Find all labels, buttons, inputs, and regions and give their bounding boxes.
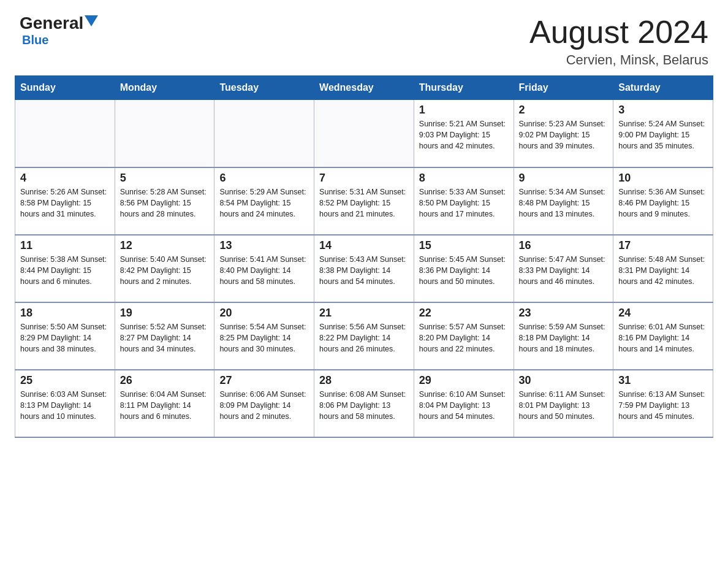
month-year: August 2024 <box>529 15 708 50</box>
day-number: 11 <box>20 239 110 252</box>
calendar-row-2: 4Sunrise: 5:26 AM Sunset: 8:58 PM Daylig… <box>15 167 713 235</box>
day-number: 21 <box>319 307 409 320</box>
page-header: General Blue August 2024 Cervien, Minsk,… <box>0 0 728 75</box>
calendar-cell: 13Sunrise: 5:41 AM Sunset: 8:40 PM Dayli… <box>214 235 314 302</box>
calendar-table: Sunday Monday Tuesday Wednesday Thursday… <box>15 75 713 438</box>
day-number: 2 <box>519 104 609 117</box>
day-info: Sunrise: 5:36 AM Sunset: 8:46 PM Dayligh… <box>618 186 708 220</box>
day-info: Sunrise: 6:10 AM Sunset: 8:04 PM Dayligh… <box>419 389 509 422</box>
day-number: 18 <box>20 307 110 320</box>
calendar-cell: 15Sunrise: 5:45 AM Sunset: 8:36 PM Dayli… <box>414 235 514 302</box>
calendar-cell: 21Sunrise: 5:56 AM Sunset: 8:22 PM Dayli… <box>314 302 414 370</box>
day-info: Sunrise: 5:26 AM Sunset: 8:58 PM Dayligh… <box>20 186 110 220</box>
calendar-cell: 28Sunrise: 6:08 AM Sunset: 8:06 PM Dayli… <box>314 370 414 437</box>
calendar-cell: 9Sunrise: 5:34 AM Sunset: 8:48 PM Daylig… <box>514 167 613 235</box>
calendar-cell: 18Sunrise: 5:50 AM Sunset: 8:29 PM Dayli… <box>15 302 115 370</box>
day-info: Sunrise: 5:43 AM Sunset: 8:38 PM Dayligh… <box>319 254 409 287</box>
day-number: 4 <box>20 172 110 185</box>
calendar-cell: 24Sunrise: 6:01 AM Sunset: 8:16 PM Dayli… <box>613 302 713 370</box>
day-number: 24 <box>618 307 708 320</box>
day-info: Sunrise: 6:04 AM Sunset: 8:11 PM Dayligh… <box>120 389 210 422</box>
day-number: 6 <box>219 172 309 185</box>
day-info: Sunrise: 5:45 AM Sunset: 8:36 PM Dayligh… <box>419 254 509 287</box>
day-number: 20 <box>219 307 309 320</box>
calendar: Sunday Monday Tuesday Wednesday Thursday… <box>0 75 728 453</box>
col-sunday: Sunday <box>15 76 115 100</box>
day-info: Sunrise: 5:23 AM Sunset: 9:02 PM Dayligh… <box>519 118 609 151</box>
calendar-cell: 19Sunrise: 5:52 AM Sunset: 8:27 PM Dayli… <box>115 302 214 370</box>
col-monday: Monday <box>115 76 214 100</box>
calendar-row-3: 11Sunrise: 5:38 AM Sunset: 8:44 PM Dayli… <box>15 235 713 302</box>
calendar-cell: 16Sunrise: 5:47 AM Sunset: 8:33 PM Dayli… <box>514 235 613 302</box>
day-info: Sunrise: 6:06 AM Sunset: 8:09 PM Dayligh… <box>219 389 309 422</box>
day-number: 1 <box>419 104 509 117</box>
day-info: Sunrise: 6:08 AM Sunset: 8:06 PM Dayligh… <box>319 389 409 422</box>
day-info: Sunrise: 5:50 AM Sunset: 8:29 PM Dayligh… <box>20 321 110 354</box>
day-info: Sunrise: 5:41 AM Sunset: 8:40 PM Dayligh… <box>219 254 309 287</box>
location: Cervien, Minsk, Belarus <box>529 52 708 68</box>
day-number: 29 <box>419 374 509 387</box>
day-number: 10 <box>618 172 708 185</box>
day-number: 12 <box>120 239 210 252</box>
calendar-cell <box>214 100 314 167</box>
calendar-cell: 2Sunrise: 5:23 AM Sunset: 9:02 PM Daylig… <box>514 100 613 167</box>
logo: General Blue <box>20 15 98 47</box>
day-number: 26 <box>120 374 210 387</box>
day-info: Sunrise: 5:40 AM Sunset: 8:42 PM Dayligh… <box>120 254 210 287</box>
calendar-cell: 27Sunrise: 6:06 AM Sunset: 8:09 PM Dayli… <box>214 370 314 437</box>
calendar-cell: 1Sunrise: 5:21 AM Sunset: 9:03 PM Daylig… <box>414 100 514 167</box>
calendar-cell: 12Sunrise: 5:40 AM Sunset: 8:42 PM Dayli… <box>115 235 214 302</box>
calendar-cell: 11Sunrise: 5:38 AM Sunset: 8:44 PM Dayli… <box>15 235 115 302</box>
day-info: Sunrise: 5:47 AM Sunset: 8:33 PM Dayligh… <box>519 254 609 287</box>
calendar-cell <box>15 100 115 167</box>
calendar-cell: 25Sunrise: 6:03 AM Sunset: 8:13 PM Dayli… <box>15 370 115 437</box>
day-number: 16 <box>519 239 609 252</box>
calendar-cell: 31Sunrise: 6:13 AM Sunset: 7:59 PM Dayli… <box>613 370 713 437</box>
day-number: 14 <box>319 239 409 252</box>
day-info: Sunrise: 5:33 AM Sunset: 8:50 PM Dayligh… <box>419 186 509 220</box>
svg-marker-0 <box>85 15 98 26</box>
calendar-cell: 29Sunrise: 6:10 AM Sunset: 8:04 PM Dayli… <box>414 370 514 437</box>
day-number: 5 <box>120 172 210 185</box>
day-number: 25 <box>20 374 110 387</box>
calendar-header-row: Sunday Monday Tuesday Wednesday Thursday… <box>15 76 713 100</box>
day-info: Sunrise: 5:31 AM Sunset: 8:52 PM Dayligh… <box>319 186 409 220</box>
day-info: Sunrise: 5:54 AM Sunset: 8:25 PM Dayligh… <box>219 321 309 354</box>
day-number: 30 <box>519 374 609 387</box>
title-area: August 2024 Cervien, Minsk, Belarus <box>529 15 708 68</box>
calendar-cell: 6Sunrise: 5:29 AM Sunset: 8:54 PM Daylig… <box>214 167 314 235</box>
day-info: Sunrise: 5:21 AM Sunset: 9:03 PM Dayligh… <box>419 118 509 151</box>
logo-triangle-icon <box>85 15 98 26</box>
day-info: Sunrise: 5:48 AM Sunset: 8:31 PM Dayligh… <box>618 254 708 287</box>
calendar-cell <box>314 100 414 167</box>
col-thursday: Thursday <box>414 76 514 100</box>
calendar-cell: 22Sunrise: 5:57 AM Sunset: 8:20 PM Dayli… <box>414 302 514 370</box>
calendar-cell: 17Sunrise: 5:48 AM Sunset: 8:31 PM Dayli… <box>613 235 713 302</box>
calendar-row-5: 25Sunrise: 6:03 AM Sunset: 8:13 PM Dayli… <box>15 370 713 437</box>
day-number: 28 <box>319 374 409 387</box>
day-number: 22 <box>419 307 509 320</box>
day-info: Sunrise: 6:01 AM Sunset: 8:16 PM Dayligh… <box>618 321 708 354</box>
logo-general: General <box>20 15 83 32</box>
calendar-cell: 8Sunrise: 5:33 AM Sunset: 8:50 PM Daylig… <box>414 167 514 235</box>
day-info: Sunrise: 6:03 AM Sunset: 8:13 PM Dayligh… <box>20 389 110 422</box>
day-number: 17 <box>618 239 708 252</box>
calendar-cell: 26Sunrise: 6:04 AM Sunset: 8:11 PM Dayli… <box>115 370 214 437</box>
calendar-cell: 7Sunrise: 5:31 AM Sunset: 8:52 PM Daylig… <box>314 167 414 235</box>
day-info: Sunrise: 5:52 AM Sunset: 8:27 PM Dayligh… <box>120 321 210 354</box>
day-info: Sunrise: 5:56 AM Sunset: 8:22 PM Dayligh… <box>319 321 409 354</box>
col-tuesday: Tuesday <box>214 76 314 100</box>
col-saturday: Saturday <box>613 76 713 100</box>
calendar-cell: 30Sunrise: 6:11 AM Sunset: 8:01 PM Dayli… <box>514 370 613 437</box>
day-info: Sunrise: 5:34 AM Sunset: 8:48 PM Dayligh… <box>519 186 609 220</box>
day-number: 31 <box>618 374 708 387</box>
day-info: Sunrise: 5:57 AM Sunset: 8:20 PM Dayligh… <box>419 321 509 354</box>
day-info: Sunrise: 5:28 AM Sunset: 8:56 PM Dayligh… <box>120 186 210 220</box>
calendar-cell: 3Sunrise: 5:24 AM Sunset: 9:00 PM Daylig… <box>613 100 713 167</box>
day-number: 3 <box>618 104 708 117</box>
calendar-row-4: 18Sunrise: 5:50 AM Sunset: 8:29 PM Dayli… <box>15 302 713 370</box>
day-info: Sunrise: 5:59 AM Sunset: 8:18 PM Dayligh… <box>519 321 609 354</box>
calendar-cell: 23Sunrise: 5:59 AM Sunset: 8:18 PM Dayli… <box>514 302 613 370</box>
day-number: 23 <box>519 307 609 320</box>
day-info: Sunrise: 5:24 AM Sunset: 9:00 PM Dayligh… <box>618 118 708 151</box>
